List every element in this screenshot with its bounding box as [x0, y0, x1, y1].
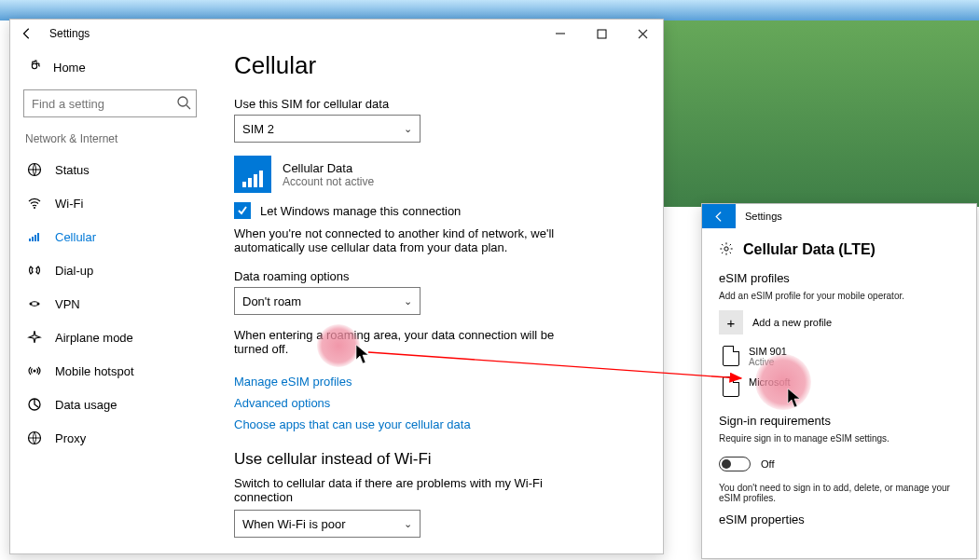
proxy-icon: [27, 430, 42, 445]
gear-icon: [27, 59, 42, 76]
vpn-icon: [27, 296, 42, 311]
svg-rect-7: [32, 237, 34, 241]
roam-select[interactable]: Don't roam ⌄: [234, 287, 421, 315]
nav-label: Proxy: [55, 431, 86, 445]
cellular-icon: [27, 229, 42, 244]
fallback-value: When Wi-Fi is poor: [242, 517, 346, 531]
page-heading: Cellular Data (LTE): [743, 241, 876, 258]
nav-wifi[interactable]: Wi-Fi: [23, 186, 197, 220]
back-button[interactable]: [702, 204, 736, 228]
section-label: Network & Internet: [25, 132, 197, 145]
chevron-down-icon: ⌄: [404, 295, 412, 307]
home-nav[interactable]: Home: [23, 53, 197, 89]
signin-heading: Sign-in requirements: [719, 414, 959, 428]
fallback-label: Switch to cellular data if there are pro…: [234, 476, 570, 504]
settings-window-main: Settings Home Network: [9, 19, 664, 554]
svg-line-3: [186, 105, 190, 109]
esim-profiles-sub: Add an eSIM profile for your mobile oper…: [719, 291, 959, 301]
svg-point-5: [34, 207, 35, 209]
maximize-button[interactable]: [581, 20, 622, 48]
content-pane: Cellular Use this SIM for cellular data …: [206, 48, 663, 553]
sim-select-label: Use this SIM for cellular data: [234, 97, 635, 111]
gear-icon: [719, 241, 734, 258]
svg-rect-6: [29, 239, 31, 241]
manage-connection-desc: When you're not connected to another kin…: [234, 226, 570, 254]
nav-label: VPN: [55, 297, 80, 311]
nav-vpn[interactable]: VPN: [23, 287, 197, 321]
nav-label: Mobile hotspot: [55, 364, 134, 378]
datausage-icon: [27, 397, 42, 412]
dialup-icon: [27, 263, 42, 278]
cellular-tile-row[interactable]: Cellular Data Account not active: [234, 156, 635, 193]
roam-value: Don't roam: [242, 294, 301, 308]
close-button[interactable]: [622, 20, 663, 48]
nav-datausage[interactable]: Data usage: [23, 388, 197, 421]
nav-label: Wi-Fi: [55, 197, 83, 211]
nav-label: Cellular: [55, 230, 96, 244]
nav-label: Data usage: [55, 398, 117, 412]
window-title: Settings: [49, 27, 90, 40]
add-profile-button[interactable]: + Add a new profile: [719, 310, 959, 335]
link-advanced-options[interactable]: Advanced options: [234, 396, 330, 410]
sim-icon: [723, 346, 739, 366]
nav-proxy[interactable]: Proxy: [23, 421, 197, 455]
search-icon: [176, 95, 191, 113]
signin-sub: Require sign in to manage eSIM settings.: [719, 433, 959, 444]
signin-toggle[interactable]: [719, 457, 751, 471]
search-input-wrap: [23, 89, 197, 117]
svg-point-2: [178, 97, 187, 106]
titlebar: Settings: [702, 204, 976, 228]
add-profile-label: Add a new profile: [752, 317, 832, 328]
tile-subtitle: Account not active: [283, 175, 374, 188]
nav-cellular[interactable]: Cellular: [23, 220, 197, 253]
status-icon: [27, 162, 42, 177]
svg-rect-1: [598, 30, 606, 38]
manage-connection-label: Let Windows manage this connection: [260, 204, 461, 218]
checkbox-checked[interactable]: [234, 202, 251, 219]
highlight-spot-2: [755, 354, 811, 410]
toggle-label: Off: [761, 458, 774, 470]
chevron-down-icon: ⌄: [404, 518, 412, 530]
signal-bars-icon: [234, 156, 271, 193]
back-button[interactable]: [14, 20, 40, 47]
link-manage-esim[interactable]: Manage eSIM profiles: [234, 375, 352, 389]
desktop-background-mid: [664, 20, 979, 207]
home-label: Home: [53, 61, 86, 75]
minimize-button[interactable]: [540, 20, 581, 48]
airplane-icon: [27, 330, 42, 345]
search-input[interactable]: [23, 89, 197, 117]
roam-desc: When entering a roaming area, your data …: [234, 328, 570, 356]
settings-window-esim: Settings Cellular Data (LTE) eSIM profil…: [701, 203, 977, 559]
nav-airplane[interactable]: Airplane mode: [23, 321, 197, 354]
window-title: Settings: [745, 211, 782, 222]
nav-hotspot[interactable]: Mobile hotspot: [23, 354, 197, 388]
esim-profile-1[interactable]: SIM 901 Active: [719, 346, 959, 367]
highlight-spot-1: [317, 324, 360, 367]
sim-select-value: SIM 2: [242, 122, 274, 136]
fallback-desc: We'll automatically switch to cellular d…: [234, 551, 570, 553]
svg-rect-8: [34, 235, 36, 241]
signin-desc: You don't need to sign in to add, delete…: [719, 483, 959, 503]
roam-label: Data roaming options: [234, 269, 635, 283]
wifi-icon: [27, 196, 42, 211]
nav-label: Status: [55, 163, 90, 177]
desktop-background-top: [0, 0, 979, 20]
sim-icon: [723, 376, 739, 397]
chevron-down-icon: ⌄: [404, 123, 412, 135]
manage-connection-checkbox-row[interactable]: Let Windows manage this connection: [234, 202, 635, 219]
heading-row: Cellular Data (LTE): [719, 241, 959, 258]
svg-point-12: [34, 370, 36, 373]
link-choose-apps[interactable]: Choose apps that can use your cellular d…: [234, 417, 471, 431]
svg-point-15: [724, 247, 728, 251]
fallback-heading: Use cellular instead of Wi-Fi: [234, 450, 635, 469]
nav-dialup[interactable]: Dial-up: [23, 253, 197, 287]
hotspot-icon: [27, 363, 42, 378]
sim-select[interactable]: SIM 2 ⌄: [234, 115, 421, 143]
esim-properties-heading: eSIM properties: [719, 512, 959, 526]
plus-icon: +: [719, 310, 743, 335]
nav-label: Airplane mode: [55, 331, 133, 345]
fallback-select[interactable]: When Wi-Fi is poor ⌄: [234, 510, 421, 538]
page-heading: Cellular: [234, 51, 635, 80]
titlebar: Settings: [10, 20, 663, 48]
nav-status[interactable]: Status: [23, 153, 197, 186]
